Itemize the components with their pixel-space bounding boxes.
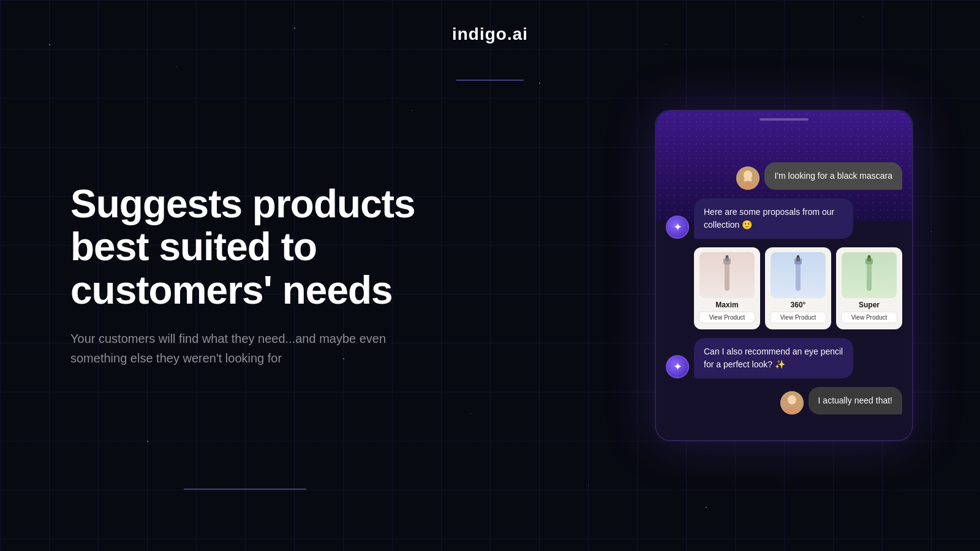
avatar-bot-1: ✦ bbox=[666, 216, 689, 239]
bubble-user-1-text: I'm looking for a black mascara bbox=[774, 171, 892, 181]
svg-rect-10 bbox=[796, 260, 801, 291]
message-bot-1: ✦ Here are some proposals from our colle… bbox=[666, 198, 902, 239]
bubble-user-1: I'm looking for a black mascara bbox=[764, 162, 902, 190]
product-img-maxim bbox=[699, 252, 755, 298]
chat-body: I'm looking for a black mascara ✦ bbox=[656, 111, 912, 440]
bot-icon-1: ✦ bbox=[673, 220, 682, 234]
message-user-2: I actually need that! bbox=[666, 387, 902, 414]
svg-rect-14 bbox=[867, 260, 872, 291]
svg-rect-13 bbox=[797, 255, 799, 258]
bubble-bot-2: Can I also recommend an eye pencil for a… bbox=[694, 338, 853, 378]
product-name-super: Super bbox=[859, 301, 880, 309]
product-card-maxim: Maxim View Product bbox=[694, 247, 760, 329]
svg-point-19 bbox=[788, 395, 796, 405]
view-product-maxim[interactable]: View Product bbox=[699, 312, 755, 323]
product-img-360 bbox=[771, 252, 826, 298]
product-name-360: 360° bbox=[791, 301, 806, 309]
message-bot-2: ✦ Can I also recommend an eye pencil for… bbox=[666, 338, 902, 378]
product-card-360: 360° View Product bbox=[765, 247, 831, 329]
bot-icon-2: ✦ bbox=[673, 360, 682, 373]
bubble-bot-1-text: Here are some proposals from our collect… bbox=[704, 207, 834, 230]
deco-line-bottom bbox=[184, 489, 306, 490]
bubble-user-2: I actually need that! bbox=[809, 387, 902, 414]
bubble-bot-2-text: Can I also recommend an eye pencil for a… bbox=[704, 347, 843, 369]
hero-heading: Suggests products best suited to custome… bbox=[70, 182, 499, 312]
view-product-super[interactable]: View Product bbox=[841, 312, 897, 323]
bubble-bot-1: Here are some proposals from our collect… bbox=[694, 198, 853, 239]
svg-point-4 bbox=[744, 179, 748, 181]
bubble-user-2-text: I actually need that! bbox=[818, 395, 892, 405]
svg-rect-9 bbox=[726, 255, 728, 258]
chat-widget: I'm looking for a black mascara ✦ bbox=[655, 110, 913, 441]
svg-point-3 bbox=[744, 171, 752, 180]
products-row: Maxim View Product 360° View Product bbox=[694, 247, 902, 329]
deco-line-top bbox=[456, 80, 524, 81]
hero-subtext: Your customers will find what they need.… bbox=[70, 329, 426, 369]
product-name-maxim: Maxim bbox=[715, 301, 738, 309]
view-product-360[interactable]: View Product bbox=[770, 312, 826, 323]
logo: indigo.ai bbox=[452, 24, 528, 44]
product-img-super bbox=[842, 252, 897, 298]
avatar-bot-2: ✦ bbox=[666, 355, 689, 378]
message-user-1: I'm looking for a black mascara bbox=[666, 162, 902, 190]
product-card-super: Super View Product bbox=[836, 247, 902, 329]
svg-rect-17 bbox=[868, 255, 870, 258]
hero-content: Suggests products best suited to custome… bbox=[70, 182, 499, 368]
avatar-user-1 bbox=[736, 167, 760, 190]
svg-rect-6 bbox=[725, 260, 729, 291]
avatar-user-2 bbox=[780, 391, 804, 414]
svg-point-5 bbox=[748, 179, 752, 181]
